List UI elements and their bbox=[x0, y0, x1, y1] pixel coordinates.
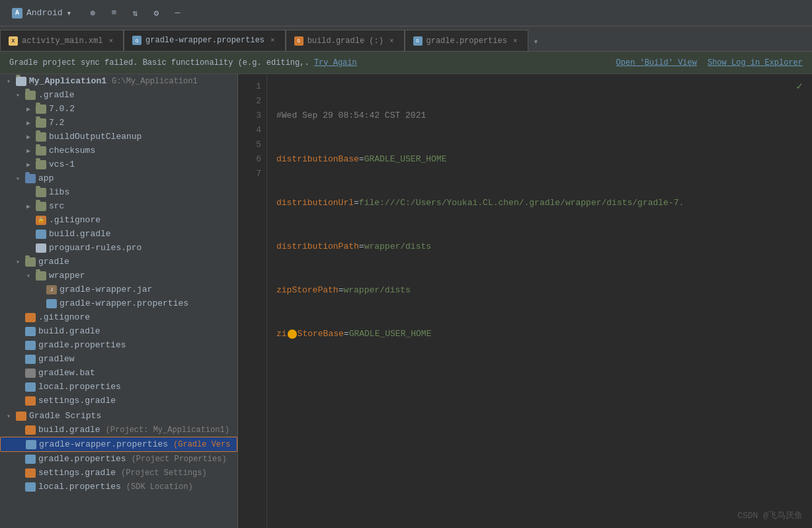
val-distributionPath: wrapper/dists bbox=[364, 242, 431, 251]
flatten-icon[interactable]: ≡ bbox=[104, 4, 123, 22]
minimize-icon[interactable]: — bbox=[168, 4, 186, 22]
line-num-4: 4 bbox=[238, 123, 261, 138]
tab-build-gradle-close[interactable]: × bbox=[387, 36, 396, 46]
proguard-item[interactable]: proguard-rules.pro bbox=[0, 241, 237, 255]
gradle-72-item[interactable]: ▶ 7.2 bbox=[0, 116, 237, 130]
line-num-3: 3 bbox=[238, 109, 261, 123]
app-gitignore-item[interactable]: 🔒 .gitignore bbox=[0, 213, 237, 227]
gradle-folder2-item[interactable]: ▾ gradle bbox=[0, 255, 237, 269]
tab-gradle-properties-close[interactable]: × bbox=[511, 36, 520, 46]
gs-settings-subtitle: (Project Settings) bbox=[121, 468, 207, 478]
gs-wrapper-props-label: gradle-wrapper.properties bbox=[39, 439, 168, 449]
comment-text: #Wed Sep 29 08:54:42 CST 2021 bbox=[276, 110, 426, 120]
gradlew-item[interactable]: gradlew bbox=[0, 352, 237, 366]
warning-icon bbox=[288, 330, 297, 339]
settings-gradle-item[interactable]: settings.gradle bbox=[0, 394, 237, 408]
build-output-label: buildOutputCleanup bbox=[49, 132, 142, 142]
wrapper-folder-icon bbox=[36, 271, 46, 281]
gs-build-gradle-item[interactable]: build.gradle (Project: My_Application1) bbox=[0, 423, 237, 437]
gradle-72-icon bbox=[36, 118, 46, 128]
editor-content: 1 2 3 4 5 6 7 #Wed Sep 29 08:54:42 CST 2… bbox=[238, 74, 812, 528]
tab-activity-main-close[interactable]: × bbox=[106, 36, 115, 46]
proguard-label: proguard-rules.pro bbox=[49, 243, 142, 253]
gradle-72-arrow: ▶ bbox=[24, 118, 33, 128]
project-path: G:\My_Application1 bbox=[112, 77, 198, 86]
app-build-gradle-label: build.gradle bbox=[49, 229, 111, 239]
app-build-gradle-icon bbox=[36, 230, 46, 239]
android-dropdown[interactable]: A Android ▾ bbox=[7, 5, 77, 21]
local-properties-item[interactable]: local.properties bbox=[0, 380, 237, 394]
tab-nav-btn[interactable]: ▾ bbox=[528, 32, 544, 51]
gs-gradle-props-item[interactable]: gradle.properties (Project Properties) bbox=[0, 452, 237, 466]
title-bar: A Android ▾ ⊕ ≡ ⇅ ⚙ — bbox=[0, 0, 812, 26]
val-zipStoreBase: GRADLE_USER_HOME bbox=[349, 329, 432, 339]
root-gitignore-item[interactable]: .gitignore bbox=[0, 310, 237, 324]
vcs-item[interactable]: ▶ vcs-1 bbox=[0, 157, 237, 171]
local-properties-icon bbox=[25, 382, 36, 392]
try-again-link[interactable]: Try Again bbox=[314, 58, 357, 67]
editor[interactable]: 1 2 3 4 5 6 7 #Wed Sep 29 08:54:42 CST 2… bbox=[238, 74, 812, 528]
gs-settings-item[interactable]: settings.gradle (Project Settings) bbox=[0, 466, 237, 480]
android-icon: A bbox=[12, 8, 22, 19]
project-folder-icon bbox=[16, 77, 26, 86]
show-log-in-explorer-link[interactable]: Show Log in Explorer bbox=[708, 58, 803, 67]
vcs-arrow: ▶ bbox=[24, 160, 33, 169]
main-area: ▾ My_Application1 G:\My_Application1 ▾ .… bbox=[0, 74, 812, 528]
tab-build-gradle[interactable]: G build.gradle (:) × bbox=[286, 30, 405, 51]
settings-icon[interactable]: ⚙ bbox=[147, 4, 165, 22]
sidebar: ▾ My_Application1 G:\My_Application1 ▾ .… bbox=[0, 74, 238, 528]
gradle-properties-item[interactable]: gradle.properties bbox=[0, 338, 237, 352]
libs-item[interactable]: libs bbox=[0, 185, 237, 199]
gradle-scripts-section[interactable]: ▾ Gradle Scripts bbox=[0, 409, 237, 423]
wrapper-jar-label: gradle-wrapper.jar bbox=[60, 285, 152, 294]
key-distributionBase: distributionBase bbox=[276, 154, 359, 164]
app-folder-item[interactable]: ▾ app bbox=[0, 171, 237, 185]
toolbar-icons: ⊕ ≡ ⇅ ⚙ — bbox=[83, 4, 186, 22]
gradle-folder-item[interactable]: ▾ .gradle bbox=[0, 88, 237, 102]
root-build-gradle-label: build.gradle bbox=[38, 326, 101, 336]
code-line-4: distributionPath=wrapper/dists bbox=[276, 240, 803, 254]
eq-1: = bbox=[359, 154, 364, 164]
key-zipStoreBase: zi bbox=[276, 329, 287, 339]
tab-gradle-properties[interactable]: G gradle.properties × bbox=[405, 30, 528, 51]
gradle-folder-label: .gradle bbox=[38, 90, 75, 100]
checksums-item[interactable]: ▶ checksums bbox=[0, 144, 237, 157]
open-build-view-link[interactable]: Open 'Build' View bbox=[616, 58, 697, 67]
tab-gradle-wrapper[interactable]: G gradle-wrapper.properties × bbox=[124, 30, 286, 51]
gradlew-label: gradlew bbox=[38, 354, 75, 364]
root-build-gradle-item[interactable]: build.gradle bbox=[0, 324, 237, 338]
vcs-label: vcs-1 bbox=[49, 159, 75, 169]
gradlew-icon bbox=[25, 355, 36, 364]
wrapper-folder-item[interactable]: ▾ wrapper bbox=[0, 269, 237, 283]
key-distributionUrl: distributionUrl bbox=[276, 198, 354, 208]
gs-local-item[interactable]: local.properties (SDK Location) bbox=[0, 480, 237, 494]
code-lines[interactable]: #Wed Sep 29 08:54:42 CST 2021 distributi… bbox=[267, 74, 812, 528]
gradle-wrapper-props-item[interactable]: gradle-wrapper.properties bbox=[0, 296, 237, 310]
key-zipStoreBase2: StoreBase bbox=[298, 329, 344, 339]
build-output-icon bbox=[36, 132, 46, 142]
gs-gradle-props-label: gradle.properties bbox=[38, 454, 126, 464]
line-numbers: 1 2 3 4 5 6 7 bbox=[238, 74, 267, 528]
wrapper-jar-icon: J bbox=[46, 285, 57, 294]
gradle-icon: G bbox=[132, 36, 142, 45]
tab-activity-main[interactable]: X activity_main.xml × bbox=[0, 30, 124, 51]
tab-gradle-wrapper-close[interactable]: × bbox=[268, 36, 277, 45]
wrapper-folder-label: wrapper bbox=[49, 271, 85, 281]
libs-icon bbox=[36, 188, 46, 197]
gradlew-bat-item[interactable]: gradlew.bat bbox=[0, 366, 237, 380]
app-build-gradle-item[interactable]: build.gradle bbox=[0, 227, 237, 241]
gs-wrapper-props-item[interactable]: gradle-wrapper.properties (Gradle Vers bbox=[0, 437, 237, 452]
src-item[interactable]: ▶ src bbox=[0, 199, 237, 213]
app-folder-icon bbox=[25, 174, 36, 183]
gradle-702-arrow: ▶ bbox=[24, 105, 33, 114]
sync-icon[interactable]: ⊕ bbox=[83, 4, 102, 22]
line-num-6: 6 bbox=[238, 152, 261, 167]
wrapper-arrow: ▾ bbox=[24, 271, 33, 281]
gradle-wrapper-jar-item[interactable]: J gradle-wrapper.jar bbox=[0, 283, 237, 296]
sort-icon[interactable]: ⇅ bbox=[126, 4, 144, 22]
project-view-label: Android bbox=[26, 8, 63, 18]
gradle-702-item[interactable]: ▶ 7.0.2 bbox=[0, 102, 237, 116]
build-output-item[interactable]: ▶ buildOutputCleanup bbox=[0, 130, 237, 144]
root-project-item[interactable]: ▾ My_Application1 G:\My_Application1 bbox=[0, 74, 237, 88]
gradle-folder-icon bbox=[25, 91, 36, 100]
